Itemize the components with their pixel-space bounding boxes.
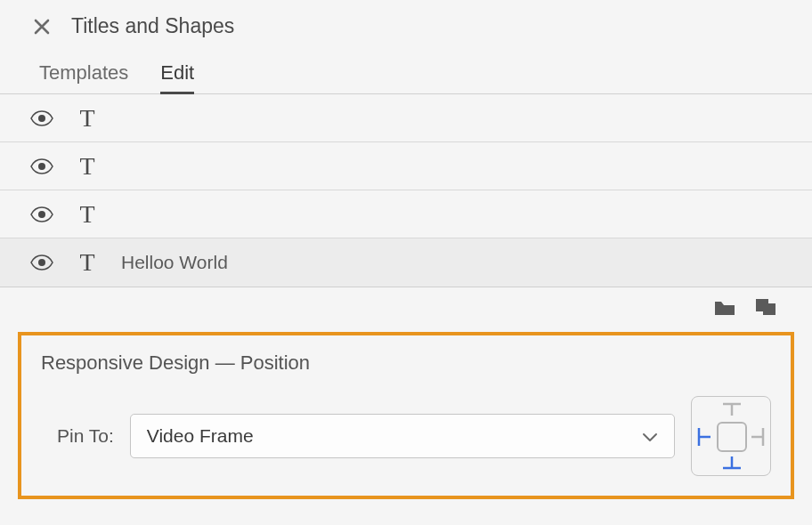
new-group-icon[interactable] — [714, 298, 735, 316]
pin-to-select[interactable]: Video Frame — [130, 414, 675, 458]
svg-point-1 — [38, 163, 45, 170]
tab-templates[interactable]: Templates — [39, 54, 128, 93]
responsive-design-section: Responsive Design — Position Pin To: Vid… — [18, 332, 794, 499]
text-layer-icon: T — [69, 154, 105, 179]
svg-point-0 — [38, 115, 45, 122]
panel-header: Titles and Shapes — [0, 0, 812, 54]
pin-to-label: Pin To: — [57, 425, 114, 447]
layer-row[interactable]: T — [0, 142, 812, 190]
tab-edit[interactable]: Edit — [160, 54, 194, 93]
new-layer-icon[interactable] — [755, 298, 776, 316]
pin-center-box[interactable] — [717, 422, 747, 452]
svg-point-2 — [38, 211, 45, 218]
visibility-eye-icon[interactable] — [30, 206, 53, 222]
svg-rect-4 — [756, 299, 768, 311]
pin-row: Pin To: Video Frame — [41, 396, 771, 476]
visibility-eye-icon[interactable] — [30, 254, 53, 271]
layer-label: Helloo World — [121, 252, 228, 273]
panel-title: Titles and Shapes — [71, 14, 234, 38]
visibility-eye-icon[interactable] — [30, 110, 53, 126]
pin-to-value: Video Frame — [147, 425, 254, 447]
layers-list: T T T T Helloo World — [0, 94, 812, 287]
pin-left-toggle[interactable] — [696, 426, 712, 448]
layer-row[interactable]: T — [0, 190, 812, 238]
text-layer-icon: T — [69, 202, 105, 227]
close-icon[interactable] — [30, 15, 53, 38]
layer-actions — [0, 287, 812, 325]
text-layer-icon: T — [69, 250, 105, 275]
pin-bottom-toggle[interactable] — [721, 455, 743, 471]
visibility-eye-icon[interactable] — [30, 158, 53, 174]
titles-shapes-panel: Titles and Shapes Templates Edit T T T — [0, 0, 812, 525]
pin-top-toggle[interactable] — [721, 401, 743, 417]
tabs: Templates Edit — [0, 54, 812, 94]
layer-row[interactable]: T — [0, 94, 812, 142]
layer-row[interactable]: T Helloo World — [0, 238, 812, 287]
svg-point-3 — [38, 259, 45, 266]
pin-diagram — [691, 396, 771, 476]
chevron-down-icon — [642, 425, 658, 447]
section-title: Responsive Design — Position — [41, 351, 771, 375]
text-layer-icon: T — [69, 106, 105, 131]
pin-right-toggle[interactable] — [750, 426, 766, 448]
